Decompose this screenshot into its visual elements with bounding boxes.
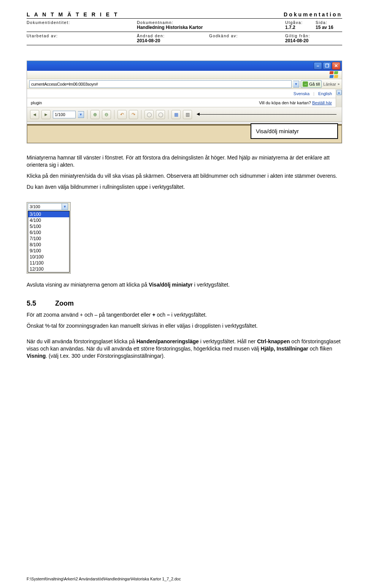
callout-box: Visa/dölj miniatyr	[251, 123, 338, 139]
doc-header-row3: Utarbetad av: Ändrad den: 2014-08-20 God…	[27, 32, 342, 45]
address-text: cumentAccessCode=lm06:0003soyn#	[31, 82, 98, 86]
circle-tool-1[interactable]: ◯	[144, 110, 154, 119]
zoom-in-button[interactable]: ⊕	[90, 110, 100, 119]
approved-label: Godkänd av:	[209, 33, 285, 38]
doc-name-value: Handledning Historiska Kartor	[137, 25, 285, 30]
address-input[interactable]: cumentAccessCode=lm06:0003soyn#	[29, 80, 292, 88]
order-here-link[interactable]: Beställ här	[312, 100, 332, 105]
scroll-up-icon[interactable]: ▲	[336, 90, 342, 95]
body-text: Miniatyrerna hamnar till vänster i fönst…	[27, 154, 342, 360]
page-dropdown-button[interactable]: ▼	[78, 111, 84, 118]
section-title: Zoom	[55, 300, 74, 308]
edition-value: 1.7.2	[285, 25, 316, 30]
paragraph-1: Miniatyrerna hamnar till vänster i fönst…	[27, 154, 342, 169]
toggle-thumbnail-button[interactable]: ▥	[183, 110, 192, 119]
paragraph-4: Avsluta visning av miniatyrerna genom at…	[27, 281, 342, 288]
org-name: L A N T M Ä T E R I E T	[27, 11, 119, 18]
valid-from-value: 2014-08-20	[285, 38, 342, 43]
screenshot-dropdown: 3/100 ▼ 3/100 4/100 5/100 6/100 7/100 8/…	[27, 202, 71, 274]
go-arrow-icon: →	[303, 81, 308, 87]
lang-swedish-link[interactable]: Svenska	[294, 91, 309, 96]
section-number: 5.5	[27, 300, 36, 308]
page-number-input[interactable]: 1/100	[53, 111, 76, 118]
thumbnail-grid-button[interactable]: ▦	[171, 110, 181, 119]
windows-logo-icon	[330, 71, 340, 79]
vertical-scrollbar[interactable]: ▲	[336, 89, 342, 107]
doc-id-label: Dokumentidentitet:	[27, 20, 137, 25]
zoom-out-button[interactable]: ⊖	[102, 110, 111, 119]
zoom-paragraph-1: För att zooma använd + och – på tangentb…	[27, 311, 342, 319]
dropdown-item[interactable]: 8/100	[28, 242, 69, 248]
dropdown-item[interactable]: 6/100	[28, 229, 69, 236]
go-label: Gå till	[309, 82, 320, 86]
paragraph-3: Du kan även välja bildnummer i rullnings…	[27, 183, 342, 191]
plugin-text: plugin	[31, 100, 42, 105]
window-titlebar: – ❐ ✕	[27, 61, 342, 71]
dropdown-item[interactable]: 7/100	[28, 236, 69, 242]
circle-tool-2[interactable]: ◯	[156, 110, 165, 119]
dropdown-item[interactable]: 4/100	[28, 217, 69, 223]
maximize-button[interactable]: ❐	[323, 62, 331, 70]
doc-header-row1: L A N T M Ä T E R I E T Dokumentation	[27, 11, 342, 19]
viewer-next-button[interactable]: ►	[41, 110, 51, 119]
links-chevron-icon: »	[338, 82, 340, 86]
rotate-right-button[interactable]: ↷	[129, 110, 138, 119]
viewer-prev-button[interactable]: ◄	[30, 110, 39, 119]
close-button[interactable]: ✕	[332, 62, 340, 70]
address-dropdown-button[interactable]: ▼	[293, 81, 299, 88]
page-value: 15 av 16	[316, 25, 342, 30]
screenshot-browser: – ❐ ✕ cumentAccessCode=lm06:0003soyn# ▼ …	[27, 61, 342, 143]
minimize-button[interactable]: –	[314, 62, 322, 70]
dropdown-value[interactable]: 3/100	[28, 203, 62, 210]
section-heading-zoom: 5.5 Zoom	[27, 300, 342, 308]
dropdown-item[interactable]: 10/100	[28, 254, 69, 260]
purchase-bar: plugin Vill du köpa den här kartan? Best…	[27, 98, 336, 107]
page-number-text: 1/100	[55, 112, 65, 117]
links-label: Länkar	[323, 82, 336, 86]
viewer-area: ◄ ► 1/100 ▼ ⊕ ⊖ ↶ ↷ ◯ ◯ ▦ ▥ Visa/dölj	[27, 107, 342, 143]
dropdown-item[interactable]: 5/100	[28, 223, 69, 229]
dropdown-item-selected[interactable]: 3/100	[28, 211, 69, 217]
buy-prompt: Vill du köpa den här kartan?	[259, 100, 311, 105]
menu-bar	[27, 71, 342, 79]
address-bar: cumentAccessCode=lm06:0003soyn# ▼ → Gå t…	[27, 79, 342, 89]
doc-header-row2: Dokumentidentitet: Dokumentnamn: Handled…	[27, 19, 342, 32]
dropdown-item[interactable]: 9/100	[28, 248, 69, 254]
language-bar: Svenska | English	[27, 89, 336, 98]
viewer-toolbar: ◄ ► 1/100 ▼ ⊕ ⊖ ↶ ↷ ◯ ◯ ▦ ▥	[27, 107, 342, 122]
go-button[interactable]: → Gå till	[301, 80, 322, 88]
paragraph-2: Klicka på den miniatyren/sida du vill sk…	[27, 172, 342, 180]
changed-label: Ändrad den:	[137, 33, 209, 38]
page-label: Sida:	[316, 20, 342, 25]
valid-from-label: Giltig från:	[285, 33, 342, 38]
dropdown-toggle-button[interactable]: ▼	[62, 203, 68, 210]
author-label: Utarbetad av:	[27, 33, 137, 38]
callout-arrow	[198, 114, 336, 115]
dropdown-list[interactable]: 3/100 4/100 5/100 6/100 7/100 8/100 9/10…	[28, 211, 70, 272]
callout-text: Visa/dölj miniatyr	[256, 128, 299, 134]
changed-value: 2014-08-20	[137, 38, 209, 43]
doc-type: Dokumentation	[284, 11, 342, 18]
dropdown-item[interactable]: 12/100	[28, 266, 69, 272]
dropdown-item[interactable]: 11/100	[28, 260, 69, 266]
zoom-paragraph-3: När du vill använda förstoringsglaset kl…	[27, 338, 342, 360]
rotate-left-button[interactable]: ↶	[117, 110, 127, 119]
edition-label: Utgåva:	[285, 20, 316, 25]
doc-name-label: Dokumentnamn:	[137, 20, 285, 25]
zoom-paragraph-2: Önskat %-tal för zoomningsgraden kan man…	[27, 322, 342, 330]
lang-english-link[interactable]: English	[318, 91, 332, 96]
